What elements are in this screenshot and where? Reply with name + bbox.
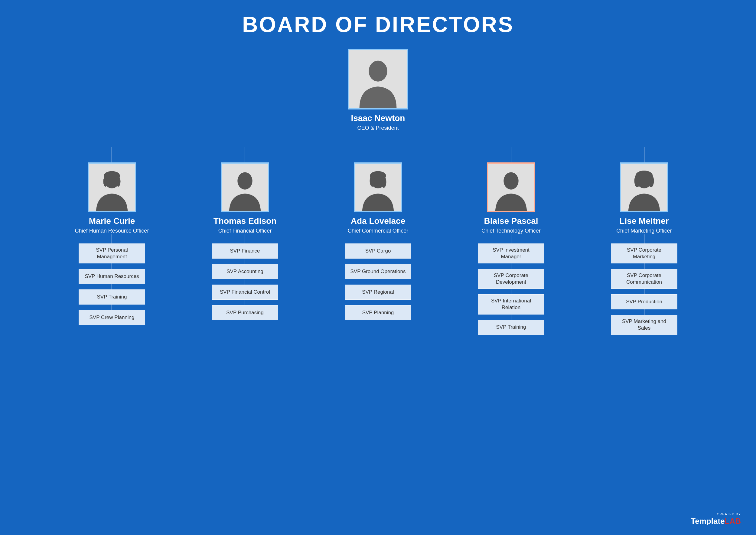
svp-4-0: SVP Corporate Marketing bbox=[611, 243, 677, 264]
child-silhouette-4-icon bbox=[621, 162, 667, 212]
svp-conn-1-1 bbox=[245, 279, 245, 285]
vert-drop-3 bbox=[511, 147, 511, 162]
ceo-card: Isaac Newton CEO & President bbox=[348, 49, 408, 131]
svp-0-1: SVP Human Resources bbox=[79, 269, 145, 284]
svp-conn-1-0 bbox=[245, 259, 245, 264]
child-name-1: Thomas Edison bbox=[213, 216, 276, 226]
page-title: BOARD OF DIRECTORS bbox=[242, 12, 514, 37]
svg-point-19 bbox=[634, 175, 640, 187]
svp-conn-3-2 bbox=[511, 315, 511, 320]
svg-point-1 bbox=[369, 61, 387, 82]
svp-3-3: SVP Training bbox=[478, 320, 544, 335]
created-by-label: CREATED BY bbox=[717, 512, 741, 516]
child-role-3: Chief Technology Officer bbox=[481, 227, 540, 234]
svp-conn-4-0 bbox=[644, 264, 644, 269]
svg-point-5 bbox=[103, 176, 108, 186]
child-silhouette-2-icon bbox=[355, 162, 401, 212]
child-silhouette-1-icon bbox=[222, 162, 268, 212]
child-name-3: Blaise Pascal bbox=[484, 216, 538, 226]
svp-0-2: SVP Training bbox=[79, 290, 145, 304]
svp-1-0: SVP Finance bbox=[212, 243, 278, 259]
child-card-2: Ada Lovelace Chief Commercial Officer bbox=[348, 162, 408, 234]
svp-list-3: SVP Investment Manager SVP Corporate Dev… bbox=[478, 243, 544, 335]
child-name-0: Marie Curie bbox=[89, 216, 135, 226]
svp-list-2: SVP Cargo SVP Ground Operations SVP Regi… bbox=[345, 243, 411, 320]
child-role-1: Chief Financial Officer bbox=[218, 227, 272, 234]
vert-drop-1 bbox=[245, 147, 245, 162]
svg-point-6 bbox=[116, 176, 120, 186]
svp-list-0: SVP Personal Management SVP Human Resour… bbox=[79, 243, 145, 325]
svg-point-12 bbox=[370, 175, 375, 186]
child-avatar-0 bbox=[88, 162, 136, 212]
child-col-3: Blaise Pascal Chief Technology Officer S… bbox=[457, 147, 566, 335]
child-col-2: Ada Lovelace Chief Commercial Officer SV… bbox=[323, 147, 433, 320]
svp-conn-2-0 bbox=[378, 259, 378, 264]
child-avatar-2 bbox=[354, 162, 402, 212]
svp-list-4: SVP Corporate Marketing SVP Corporate Co… bbox=[611, 243, 677, 335]
svp-conn-1-2 bbox=[245, 300, 245, 305]
svp-conn-4-1 bbox=[644, 289, 644, 294]
svp-conn-2-1 bbox=[378, 279, 378, 285]
svp-conn-2-2 bbox=[378, 300, 378, 305]
ceo-node: Isaac Newton CEO & President bbox=[348, 49, 408, 147]
svp-4-2: SVP Production bbox=[611, 294, 677, 309]
svp-list-1: SVP Finance SVP Accounting SVP Financial… bbox=[212, 243, 278, 320]
watermark: CREATED BY TemplateLAB bbox=[691, 512, 741, 526]
svp-4-1: SVP Corporate Communication bbox=[611, 269, 677, 289]
vert-to-svp-1 bbox=[245, 234, 245, 243]
child-role-2: Chief Commercial Officer bbox=[348, 227, 408, 234]
h-line bbox=[112, 147, 644, 147]
child-avatar-3 bbox=[487, 162, 535, 212]
child-card-3: Blaise Pascal Chief Technology Officer bbox=[481, 162, 540, 234]
child-name-2: Ada Lovelace bbox=[351, 216, 406, 226]
svp-3-1: SVP Corporate Development bbox=[478, 269, 544, 289]
children-row: Marie Curie Chief Human Resource Officer… bbox=[45, 147, 711, 335]
org-chart: Isaac Newton CEO & President bbox=[15, 49, 741, 335]
vert-drop-4 bbox=[644, 147, 644, 162]
child-role-0: Chief Human Resource Officer bbox=[75, 227, 149, 234]
child-col-1: Thomas Edison Chief Financial Officer SV… bbox=[190, 147, 299, 320]
svp-conn-0-0 bbox=[112, 264, 112, 269]
svp-2-2: SVP Regional bbox=[345, 285, 411, 300]
svp-3-2: SVP International Relation bbox=[478, 294, 544, 314]
vert-to-svp-3 bbox=[511, 234, 511, 243]
ceo-name: Isaac Newton bbox=[351, 113, 405, 124]
child-avatar-4 bbox=[620, 162, 668, 212]
child-name-4: Lise Meitner bbox=[619, 216, 669, 226]
svp-0-0: SVP Personal Management bbox=[79, 243, 145, 264]
child-silhouette-0-icon bbox=[89, 162, 135, 212]
horizontal-branch bbox=[45, 147, 711, 147]
ceo-role: CEO & President bbox=[357, 125, 399, 131]
vert-to-svp-0 bbox=[112, 234, 112, 243]
svp-1-2: SVP Financial Control bbox=[212, 285, 278, 300]
svp-1-3: SVP Purchasing bbox=[212, 305, 278, 320]
brand-red-text: LAB bbox=[725, 517, 741, 526]
child-card-4: Lise Meitner Chief Marketing Officer bbox=[616, 162, 672, 234]
svp-conn-0-2 bbox=[112, 304, 112, 310]
svp-conn-3-0 bbox=[511, 264, 511, 269]
vert-drop-0 bbox=[112, 147, 112, 162]
child-card-0: Marie Curie Chief Human Resource Officer bbox=[75, 162, 149, 234]
svp-conn-0-1 bbox=[112, 284, 112, 290]
child-avatar-1 bbox=[221, 162, 269, 212]
brand-white-text: Template bbox=[691, 517, 725, 526]
svg-point-20 bbox=[648, 175, 654, 187]
svp-1-1: SVP Accounting bbox=[212, 264, 278, 279]
svg-point-8 bbox=[238, 172, 252, 190]
vert-to-svp-4 bbox=[644, 234, 644, 243]
vert-to-svp-2 bbox=[378, 234, 378, 243]
svp-2-1: SVP Ground Operations bbox=[345, 264, 411, 279]
svp-3-0: SVP Investment Manager bbox=[478, 243, 544, 264]
brand-logo: TemplateLAB bbox=[691, 517, 741, 526]
vert-drop-2 bbox=[378, 147, 378, 162]
svg-point-15 bbox=[503, 172, 518, 190]
ceo-vertical-connector bbox=[378, 131, 378, 147]
svp-4-3: SVP Marketing and Sales bbox=[611, 315, 677, 335]
child-silhouette-3-icon bbox=[488, 162, 534, 212]
child-col-4: Lise Meitner Chief Marketing Officer SVP… bbox=[590, 147, 699, 335]
svp-0-3: SVP Crew Planning bbox=[79, 310, 145, 325]
svp-conn-3-1 bbox=[511, 289, 511, 294]
child-card-1: Thomas Edison Chief Financial Officer bbox=[213, 162, 276, 234]
svg-point-13 bbox=[381, 176, 386, 188]
ceo-avatar-box bbox=[348, 49, 408, 109]
